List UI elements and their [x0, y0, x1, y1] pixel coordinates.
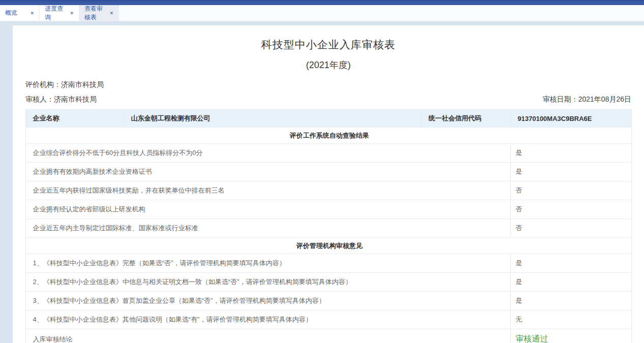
tab-label: 进度查询 — [45, 5, 67, 22]
table-row: 1、《科技型中小企业信息表》完整（如果选“否”，请评价管理机构简要填写具体内容）… — [25, 254, 631, 273]
tab-label: 概览 — [5, 9, 17, 17]
audit-date-value: 2021年08月26日 — [578, 95, 631, 103]
section-header-text: 评价工作系统自动查验结果 — [25, 128, 631, 144]
table-row: 企业综合评价得分不低于60分且科技人员指标得分不为0分 是 — [25, 144, 631, 163]
answer-value: 否 — [510, 200, 631, 219]
close-icon[interactable]: ✕ — [70, 11, 74, 16]
answer-value: 是 — [510, 144, 631, 163]
form-meta: 评价机构：济南市科技局 审核人：济南市科技局 审核日期：2021年08月26日 — [25, 80, 631, 104]
answer-value: 否 — [510, 181, 631, 200]
question-text: 企业近五年内主导制定过国际标准、国家标准或行业标准 — [25, 219, 510, 238]
table-row: 企业拥有经认定的省部级以上研发机构 否 — [25, 200, 631, 219]
tab-progress-query[interactable]: 进度查询 ✕ — [40, 5, 79, 21]
company-name-value: 山东金朝工程检测有限公司 — [124, 110, 421, 128]
question-text: 1、《科技型中小企业信息表》完整（如果选“否”，请评价管理机构简要填写具体内容） — [25, 254, 510, 273]
credit-code-label: 统一社会信用代码 — [421, 110, 510, 128]
conclusion-row: 入库审核结论 审核通过 — [25, 329, 631, 343]
section-header-agency-opinion: 评价管理机构审核意见 — [25, 238, 631, 254]
tab-overview[interactable]: 概览 ✕ — [0, 5, 40, 21]
company-info-row: 企业名称 山东金朝工程检测有限公司 统一社会信用代码 91370100MA3C9… — [25, 110, 631, 128]
agency-value: 济南市科技局 — [61, 80, 104, 88]
table-row: 企业近五年内主导制定过国际标准、国家标准或行业标准 否 — [25, 219, 631, 238]
question-text: 企业拥有有效期内高新技术企业资格证书 — [25, 163, 510, 181]
auditor-label: 审核人： — [25, 95, 54, 103]
answer-value: 是 — [510, 292, 631, 310]
audit-form-panel: 科技型中小企业入库审核表 (2021年度) 评价机构：济南市科技局 审核人：济南… — [13, 25, 644, 343]
question-text: 企业近五年内获得过国家级科技奖励，并在获奖单位中排在前三名 — [25, 181, 510, 200]
close-icon[interactable]: ✕ — [109, 11, 113, 16]
question-text: 4、《科技型中小企业信息表》其他问题说明（如果选“有”，请评价管理机构简要填写具… — [25, 310, 510, 329]
section-header-text: 评价管理机构审核意见 — [25, 238, 631, 254]
section-header-auto-check: 评价工作系统自动查验结果 — [25, 128, 631, 144]
table-row: 2、《科技型中小企业信息表》中信息与相关证明文档一致（如果选“否”，请评价管理机… — [25, 273, 631, 292]
company-name-label: 企业名称 — [25, 110, 124, 128]
conclusion-value: 审核通过 — [510, 329, 631, 343]
table-row: 企业拥有有效期内高新技术企业资格证书 是 — [25, 163, 631, 181]
table-row: 企业近五年内获得过国家级科技奖励，并在获奖单位中排在前三名 否 — [25, 181, 631, 200]
auditor: 审核人：济南市科技局 — [25, 95, 97, 104]
tab-view-audit-form[interactable]: 查看审核表 ✕ — [79, 5, 119, 21]
table-row: 4、《科技型中小企业信息表》其他问题说明（如果选“有”，请评价管理机构简要填写具… — [25, 310, 631, 329]
answer-value: 否 — [510, 219, 631, 238]
agency-label: 评价机构： — [25, 80, 61, 88]
question-text: 2、《科技型中小企业信息表》中信息与相关证明文档一致（如果选“否”，请评价管理机… — [25, 273, 510, 292]
page-background: 科技型中小企业入库审核表 (2021年度) 评价机构：济南市科技局 审核人：济南… — [0, 21, 644, 343]
form-year-subtitle: (2021年度) — [13, 59, 644, 71]
table-row: 3、《科技型中小企业信息表》首页加盖企业公章（如果选“否”，请评价管理机构简要填… — [25, 292, 631, 310]
question-text: 3、《科技型中小企业信息表》首页加盖企业公章（如果选“否”，请评价管理机构简要填… — [25, 292, 510, 310]
form-title: 科技型中小企业入库审核表 — [13, 38, 644, 52]
tab-bar: 概览 ✕ 进度查询 ✕ 查看审核表 ✕ — [0, 5, 644, 21]
audit-date-label: 审核日期： — [543, 95, 578, 103]
tab-label: 查看审核表 — [84, 5, 106, 22]
conclusion-label: 入库审核结论 — [25, 329, 510, 343]
close-icon[interactable]: ✕ — [30, 11, 34, 16]
answer-value: 无 — [510, 310, 631, 329]
audit-date: 审核日期：2021年08月26日 — [543, 95, 631, 104]
question-text: 企业拥有经认定的省部级以上研发机构 — [25, 200, 510, 219]
answer-value: 是 — [510, 163, 631, 181]
evaluation-agency-line: 评价机构：济南市科技局 — [25, 80, 631, 89]
credit-code-value: 91370100MA3C9BRA6E — [510, 110, 631, 128]
answer-value: 是 — [510, 254, 631, 273]
question-text: 企业综合评价得分不低于60分且科技人员指标得分不为0分 — [25, 144, 510, 163]
answer-value: 是 — [510, 273, 631, 292]
auditor-value: 济南市科技局 — [54, 95, 97, 103]
auditor-date-line: 审核人：济南市科技局 审核日期：2021年08月26日 — [25, 95, 631, 104]
audit-table: 企业名称 山东金朝工程检测有限公司 统一社会信用代码 91370100MA3C9… — [25, 109, 632, 343]
